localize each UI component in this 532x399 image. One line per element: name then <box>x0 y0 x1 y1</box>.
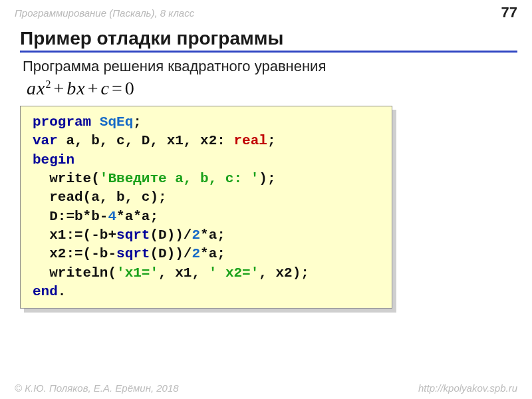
code-w2: , x1, <box>158 265 209 281</box>
kw-end: end <box>33 284 58 299</box>
eq-eq: = <box>110 78 125 98</box>
code-block: program SqEq; var a, b, c, D, x1, x2: re… <box>20 106 392 309</box>
var-list: a, b, c, D, x1, x2: <box>58 133 234 148</box>
prog-name: SqEq <box>100 114 133 130</box>
code-x1b: (D))/ <box>150 227 192 243</box>
eq-plus2: + <box>86 78 101 98</box>
slide-header: Программирование (Паскаль), 8 класс 77 <box>0 0 532 23</box>
code-x2b: (D))/ <box>150 246 192 261</box>
num-4: 4 <box>108 209 116 224</box>
code-x1a: x1:=(-b+ <box>33 227 116 243</box>
footer-url: http://kpolyakov.spb.ru <box>418 382 517 394</box>
slide-title: Пример отладки программы <box>20 28 517 53</box>
eq-plus1: + <box>51 78 66 98</box>
code-x1c: *a; <box>200 227 225 243</box>
slide-footer: © К.Ю. Поляков, Е.А. Ерёмин, 2018 http:/… <box>0 382 532 394</box>
code-write2: ); <box>259 171 275 186</box>
type-real: real <box>233 133 267 148</box>
code-x2c: *a; <box>200 246 225 261</box>
eq-zero: 0 <box>125 78 135 98</box>
eq-term-c: c <box>100 78 109 98</box>
course-label: Программирование (Паскаль), 8 класс <box>15 7 194 19</box>
end-dot: . <box>58 284 66 299</box>
eq-term-a: ax <box>27 78 45 98</box>
str-x1: 'x1=' <box>116 265 158 281</box>
semi2: ; <box>267 133 276 148</box>
slide-subtitle: Программа решения квадратного уравнения <box>23 58 532 75</box>
semi1: ; <box>133 114 142 130</box>
func-sqrt2: sqrt <box>116 246 150 261</box>
func-sqrt1: sqrt <box>116 227 150 243</box>
code-write1: write( <box>33 171 100 186</box>
kw-program: program <box>33 114 91 130</box>
code-w1: writeln( <box>33 265 116 281</box>
code-block-wrap: program SqEq; var a, b, c, D, x1, x2: re… <box>20 106 392 309</box>
footer-authors: © К.Ю. Поляков, Е.А. Ерёмин, 2018 <box>15 382 179 394</box>
str-x2: ' x2=' <box>209 265 259 281</box>
code-d1: D:=b*b- <box>33 209 108 224</box>
code-w3: , x2); <box>259 265 309 281</box>
kw-var: var <box>33 133 58 148</box>
page-number: 77 <box>501 4 517 21</box>
num-2b: 2 <box>192 246 200 261</box>
eq-term-b: bx <box>66 78 85 98</box>
num-2a: 2 <box>192 227 200 243</box>
code-read: read(a, b, c); <box>33 190 167 205</box>
code-x2a: x2:=(-b- <box>33 246 116 261</box>
code-d2: *a*a; <box>116 209 158 224</box>
kw-begin: begin <box>33 152 74 168</box>
equation: ax2+bx+c=0 <box>27 78 532 99</box>
str-prompt: 'Введите a, b, c: ' <box>100 171 259 186</box>
